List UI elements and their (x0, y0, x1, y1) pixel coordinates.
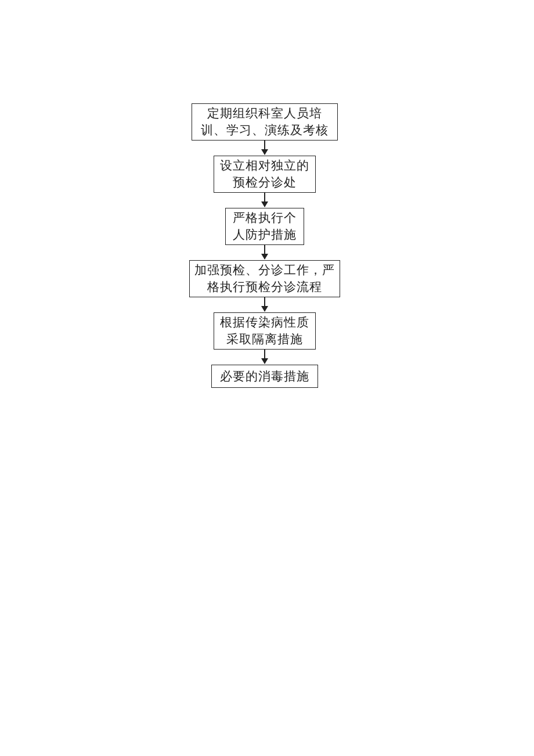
step-box-4: 加强预检、分诊工作，严格执行预检分诊流程 (189, 260, 340, 297)
step-text-2: 设立相对独立的预检分诊处 (219, 157, 311, 191)
arrow-2-3 (264, 193, 265, 207)
step-box-6: 必要的消毒措施 (211, 365, 318, 388)
arrow-5-6 (264, 350, 265, 363)
step-text-3: 严格执行个人防护措施 (230, 210, 299, 243)
step-text-5: 根据传染病性质采取隔离措施 (219, 314, 311, 348)
arrow-3-4 (264, 245, 265, 259)
step-box-3: 严格执行个人防护措施 (225, 208, 304, 245)
step-text-4: 加强预检、分诊工作，严格执行预检分诊流程 (194, 262, 335, 296)
arrow-4-5 (264, 297, 265, 311)
step-box-1: 定期组织科室人员培训、学习、演练及考核 (192, 103, 338, 141)
step-text-1: 定期组织科室人员培训、学习、演练及考核 (197, 105, 333, 139)
arrow-1-2 (264, 141, 265, 154)
flowchart-canvas: 定期组织科室人员培训、学习、演练及考核 设立相对独立的预检分诊处 严格执行个人防… (0, 0, 534, 756)
step-box-2: 设立相对独立的预检分诊处 (214, 156, 316, 193)
step-text-6: 必要的消毒措施 (220, 368, 309, 385)
step-box-5: 根据传染病性质采取隔离措施 (214, 312, 316, 350)
